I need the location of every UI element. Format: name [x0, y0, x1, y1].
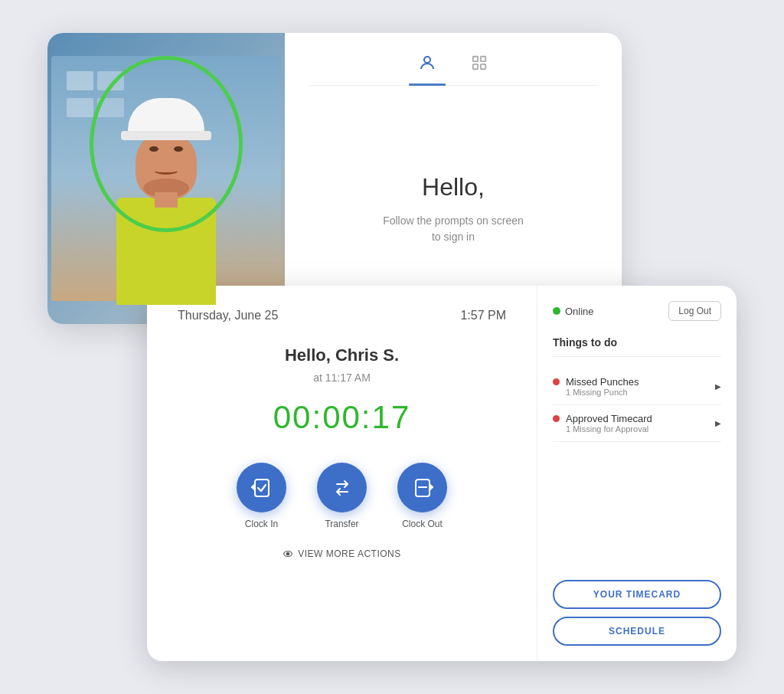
timecard-sidebar: Online Log Out Things to do Missed Punch… — [537, 286, 737, 661]
top-card: Hello, Follow the prompts on screen to s… — [47, 33, 622, 324]
todo-arrow-missed: ▶ — [715, 382, 721, 391]
signin-content: Hello, Follow the prompts on screen to s… — [308, 109, 599, 309]
signin-panel: Hello, Follow the prompts on screen to s… — [285, 33, 622, 324]
user-greeting: Hello, Chris S. — [178, 345, 506, 365]
svg-rect-4 — [481, 64, 485, 69]
bottom-card: Thursday, June 25 1:57 PM Hello, Chris S… — [147, 286, 737, 661]
elapsed-timer: 00:00:17 — [178, 399, 506, 436]
online-dot — [553, 307, 560, 315]
todo-title-approved: Approved Timecard — [566, 413, 652, 424]
svg-rect-3 — [473, 64, 478, 69]
clock-in-button[interactable] — [237, 463, 286, 512]
todo-dot-2 — [553, 415, 560, 422]
eye-icon — [283, 548, 293, 559]
sidebar-spacer — [553, 442, 721, 580]
clock-in-label: Clock In — [245, 519, 278, 529]
signin-tabs — [308, 48, 599, 86]
transfer-wrap: Transfer — [317, 463, 367, 529]
svg-point-8 — [286, 552, 289, 555]
sidebar-top: Online Log Out — [553, 301, 721, 321]
todo-sub-approved: 1 Missing for Approval — [566, 424, 652, 434]
timecard-main: Thursday, June 25 1:57 PM Hello, Chris S… — [147, 286, 537, 661]
svg-rect-1 — [473, 57, 478, 61]
tab-grid-view[interactable] — [461, 48, 498, 77]
sidebar-buttons: YOUR TIMECARD SCHEDULE — [553, 580, 721, 646]
logout-button[interactable]: Log Out — [668, 301, 721, 321]
view-more-actions[interactable]: VIEW MORE ACTIONS — [178, 548, 506, 559]
timecard-date: Thursday, June 25 — [178, 309, 278, 322]
signin-prompt: Follow the prompts on screen to sign in — [308, 213, 599, 245]
schedule-button[interactable]: SCHEDULE — [553, 617, 721, 646]
todo-approved-timecard[interactable]: Approved Timecard 1 Missing for Approval… — [553, 405, 721, 442]
todo-sub-missed: 1 Missing Punch — [566, 388, 639, 397]
things-to-do-title: Things to do — [553, 336, 721, 349]
your-timecard-button[interactable]: YOUR TIMECARD — [553, 580, 721, 609]
clock-out-button[interactable] — [397, 463, 447, 512]
clock-in-wrap: Clock In — [237, 463, 286, 529]
transfer-label: Transfer — [325, 519, 358, 529]
svg-rect-5 — [255, 480, 269, 496]
todo-arrow-approved: ▶ — [715, 419, 721, 427]
svg-point-0 — [424, 57, 430, 63]
divider — [553, 356, 721, 357]
online-status: Online — [553, 306, 594, 317]
signin-greeting: Hello, — [308, 173, 599, 201]
last-punch-time: at 11:17 AM — [178, 372, 506, 384]
todo-title-missed: Missed Punches — [566, 376, 639, 388]
timecard-current-time: 1:57 PM — [460, 309, 506, 322]
transfer-button[interactable] — [317, 463, 367, 512]
clock-out-label: Clock Out — [402, 519, 443, 529]
face-section — [47, 33, 285, 324]
clock-out-wrap: Clock Out — [397, 463, 447, 529]
action-buttons: Clock In Transfer — [178, 463, 506, 529]
tab-face-recognition[interactable] — [409, 48, 446, 77]
todo-dot — [553, 378, 560, 385]
svg-rect-2 — [481, 57, 485, 61]
todo-missed-punches[interactable]: Missed Punches 1 Missing Punch ▶ — [553, 368, 721, 405]
timecard-header: Thursday, June 25 1:57 PM — [178, 309, 506, 322]
